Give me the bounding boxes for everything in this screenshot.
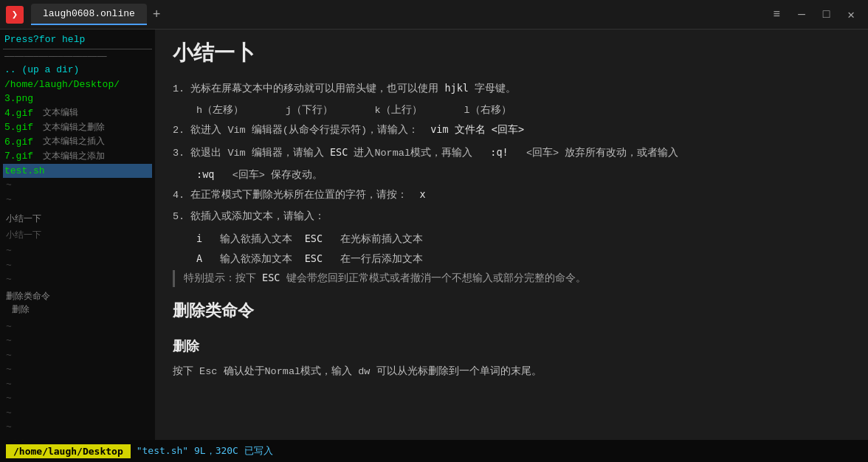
section2-para: 按下 Esc 确认处于Normal模式，输入 dw 可以从光标删除到一个单词的末… — [173, 364, 856, 380]
section2-sub-heading: 删除 — [173, 337, 856, 358]
vim-tildes: ~ ~ — [3, 178, 152, 207]
tilde-line: ~ — [6, 272, 152, 287]
vim-tildes3: ~ ~ ~ ~ ~ ~ ~ ~ — [3, 320, 152, 435]
new-tab-button[interactable]: + — [153, 7, 161, 22]
tilde-line: ~ — [6, 258, 152, 273]
tilde-line: ~ — [6, 406, 152, 421]
app-icon: ❯ — [6, 6, 24, 24]
statusbar-path: /home/laugh/Desktop — [6, 444, 131, 458]
current-path: /home/laugh/Desktop/ — [3, 77, 152, 92]
window-controls: ≡ — □ ✕ — [766, 4, 862, 25]
sidebar-bottom-indicator: 一下 — [3, 435, 152, 441]
content-item-4: 3. 欲退出 Vim 编辑器，请输入 ESC 进入Normal模式，再输入 :q… — [173, 145, 856, 162]
file-5gif[interactable]: 5.gif 文本编辑之删除 — [3, 120, 152, 135]
content-item-1: 1. 光标在屏幕文本中的移动就可以用箭头键，也可以使用 hjkl 字母键。 — [173, 80, 856, 97]
statusbar: /home/laugh/Desktop "test.sh" 9L，320C 已写… — [0, 440, 868, 462]
file-3png[interactable]: 3.png — [3, 92, 152, 106]
menu-button[interactable]: ≡ — [766, 5, 788, 24]
tilde-line: ~ — [6, 391, 152, 406]
sidebar-delete-sub: 删除 — [12, 303, 149, 317]
sidebar-delete-label: 删除类命令 — [6, 290, 149, 303]
sidebar-section1: 小结一下 — [3, 210, 152, 229]
minimize-button[interactable]: — — [790, 5, 813, 24]
tilde-line: ~ — [6, 377, 152, 392]
press-text: Press — [4, 32, 33, 47]
separator-line2: ───────────────────── — [3, 51, 152, 63]
content-blockquote: 特别提示：按下 ESC 键会带您回到正常模式或者撤消一个不想输入或部分完整的命令… — [173, 270, 856, 287]
sidebar-delete-section: 删除类命令 删除 — [3, 287, 152, 320]
main-area: Press ? for help ───────────────────── .… — [0, 30, 868, 440]
content-panel: 小结一卜 1. 光标在屏幕文本中的移动就可以用箭头键，也可以使用 hjkl 字母… — [155, 30, 868, 440]
tilde-line: ~ — [6, 420, 152, 435]
main-heading: 小结一卜 — [173, 38, 856, 72]
dotdot-dir[interactable]: .. (up a dir) — [3, 63, 152, 77]
file-testsh[interactable]: test.sh — [3, 164, 152, 179]
maximize-button[interactable]: □ — [816, 5, 838, 24]
titlebar: ❯ laugh0608.online + ≡ — □ ✕ — [0, 0, 868, 30]
tilde-line: ~ — [6, 244, 152, 258]
terminal-panel: Press ? for help ───────────────────── .… — [0, 30, 155, 440]
tilde-line: ~ — [6, 178, 152, 193]
help-prompt-line: Press ? for help — [3, 32, 152, 47]
content-item-6: 4. 在正常模式下删除光标所在位置的字符，请按： x — [173, 187, 856, 204]
question-mark: ? — [33, 32, 39, 47]
for-help-text: for help — [39, 32, 85, 47]
content-item-9: A 输入欲添加文本 ESC 在一行后添加文本 — [196, 251, 856, 268]
close-button[interactable]: ✕ — [840, 4, 862, 25]
statusbar-info: "test.sh" 9L，320C 已写入 — [137, 444, 273, 458]
tilde-line: ~ — [6, 348, 152, 363]
tab-label: laugh0608.online — [43, 8, 135, 19]
tilde-line: ~ — [6, 320, 152, 334]
section2-heading: 删除类命令 — [173, 299, 856, 325]
tilde-line: ~ — [6, 334, 152, 348]
file-4gif[interactable]: 4.gif 文本编辑 — [3, 106, 152, 121]
content-item-5: :wq <回车> 保存改动。 — [196, 167, 856, 184]
sidebar-section-label1: 小结一下 — [6, 213, 149, 226]
file-7gif[interactable]: 7.gif 文本编辑之添加 — [3, 149, 152, 164]
tilde-line: ~ — [6, 362, 152, 377]
content-item-2: h（左移） j（下行） k（上行） l（右移） — [196, 103, 856, 119]
content-item-8: i 输入欲插入文本 ESC 在光标前插入文本 — [196, 231, 856, 248]
content-item-3: 2. 欲进入 Vim 编辑器(从命令行提示符)，请输入： vim 文件名 <回车… — [173, 122, 856, 139]
sidebar-section2: 小结一下 — [3, 229, 152, 242]
vim-tildes2: ~ ~ ~ — [3, 244, 152, 287]
content-item-7: 5. 欲插入或添加文本，请输入： — [173, 209, 856, 225]
tilde-line: ~ — [6, 193, 152, 207]
terminal-tab[interactable]: laugh0608.online — [31, 4, 147, 25]
file-6gif[interactable]: 6.gif 文本编辑之插入 — [3, 135, 152, 150]
sidebar-smalltitles: 小结一下 — [6, 229, 149, 242]
